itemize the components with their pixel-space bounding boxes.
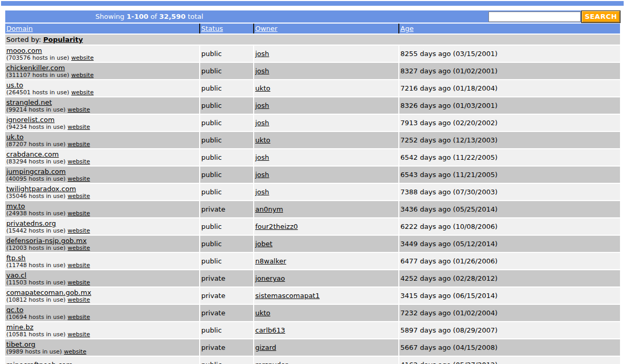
sorted-by-label: Sorted by: xyxy=(6,36,41,43)
website-link[interactable]: website xyxy=(64,348,86,355)
table-row: crabdance.com (83294 hosts in use)websit… xyxy=(5,149,620,166)
table-row: my.to (24938 hosts in use)website privat… xyxy=(5,201,620,217)
domain-link[interactable]: strangled.net xyxy=(6,98,52,106)
search-button[interactable]: SEARCH xyxy=(582,11,620,23)
website-link[interactable]: website xyxy=(68,175,90,182)
domain-link[interactable]: ftp.sh xyxy=(6,254,26,262)
owner-cell: ukto xyxy=(254,305,398,321)
status-cell: public xyxy=(200,218,253,235)
age-cell: 7232 days ago (01/02/2004) xyxy=(399,305,620,321)
website-link[interactable]: website xyxy=(68,210,90,217)
sorted-by-row: Sorted by: Popularity xyxy=(5,35,620,45)
website-link[interactable]: website xyxy=(71,54,94,61)
website-link[interactable]: website xyxy=(68,158,90,165)
sorted-by-popularity-link[interactable]: Popularity xyxy=(43,36,83,43)
website-link[interactable]: website xyxy=(68,279,90,286)
domain-link[interactable]: crabdance.com xyxy=(6,150,59,158)
status-cell: public xyxy=(200,46,253,62)
owner-link[interactable]: josh xyxy=(255,171,269,179)
hosts-in-use-text: (35046 hosts in use)website xyxy=(6,193,90,200)
domain-link[interactable]: comapatecoman.gob.mx xyxy=(6,289,91,296)
domain-cell: mooo.com (703576 hosts in use)website xyxy=(5,46,199,62)
results-summary-text: Showing 1-100 of 32,590 total xyxy=(5,13,293,20)
domain-link[interactable]: privatedns.org xyxy=(6,219,56,227)
hosts-in-use-text: (15442 hosts in use)website xyxy=(6,227,90,234)
domain-link[interactable]: qc.to xyxy=(6,306,24,314)
owner-link[interactable]: an0nym xyxy=(255,205,283,213)
top-accent-bar xyxy=(1,1,624,6)
owner-link[interactable]: four2theizz0 xyxy=(255,223,298,230)
owner-cell: ukto xyxy=(254,132,398,148)
website-link[interactable]: website xyxy=(71,89,94,96)
age-cell: 6542 days ago (11/22/2005) xyxy=(399,149,620,166)
hosts-count-text: (311107 hosts in use) xyxy=(6,72,69,79)
table-row: chickenkiller.com (311107 hosts in use)w… xyxy=(5,63,620,79)
owner-link[interactable]: josh xyxy=(255,102,269,109)
domain-link[interactable]: uk.to xyxy=(6,133,24,141)
domain-link[interactable]: mooo.com xyxy=(6,47,42,54)
website-link[interactable]: website xyxy=(68,262,90,269)
owner-link[interactable]: josh xyxy=(255,50,269,58)
website-link[interactable]: website xyxy=(68,124,90,130)
website-link[interactable]: website xyxy=(68,227,90,234)
owner-link[interactable]: josh xyxy=(255,67,269,75)
owner-link[interactable]: ukto xyxy=(255,84,270,92)
owner-link[interactable]: ukto xyxy=(255,136,270,144)
website-link[interactable]: website xyxy=(68,296,90,303)
age-cell: 7913 days ago (02/20/2002) xyxy=(399,115,620,131)
domain-link[interactable]: yao.cl xyxy=(6,271,26,279)
domain-link[interactable]: us.to xyxy=(6,81,23,89)
domain-link[interactable]: twilightparadox.com xyxy=(6,185,76,193)
domain-cell: jumpingcrab.com (40095 hosts in use)webs… xyxy=(5,167,199,183)
domain-link[interactable]: minecraftnoob.com xyxy=(6,361,73,364)
table-row: ignorelist.com (94234 hosts in use)websi… xyxy=(5,115,620,131)
owner-link[interactable]: n8walker xyxy=(255,257,286,265)
hosts-count-text: (9989 hosts in use) xyxy=(6,348,62,355)
domain-link[interactable]: defensoria-nsjp.gob.mx xyxy=(6,237,86,245)
owner-cell: gizard xyxy=(254,339,398,356)
owner-link[interactable]: joneryao xyxy=(255,274,285,282)
sort-by-domain-link[interactable]: Domain xyxy=(6,25,32,32)
owner-link[interactable]: josh xyxy=(255,119,269,127)
hosts-in-use-text: (12003 hosts in use)website xyxy=(6,245,90,251)
owner-link[interactable]: gizard xyxy=(255,344,276,351)
hosts-count-text: (99214 hosts in use) xyxy=(6,106,66,113)
age-cell: 4162 days ago (05/27/2012) xyxy=(399,357,620,364)
sort-by-age-link[interactable]: Age xyxy=(400,25,414,32)
hosts-count-text: (35046 hosts in use) xyxy=(6,193,66,200)
domain-link[interactable]: tibet.org xyxy=(6,340,36,348)
website-link[interactable]: website xyxy=(68,245,90,251)
owner-link[interactable]: carlb613 xyxy=(255,326,285,334)
search-input[interactable] xyxy=(488,12,581,22)
status-value: private xyxy=(201,344,225,351)
domain-link[interactable]: jumpingcrab.com xyxy=(6,168,66,175)
showing-label: Showing xyxy=(95,13,124,20)
hosts-count-text: (94234 hosts in use) xyxy=(6,124,66,130)
domain-cell: tibet.org (9989 hosts in use)website xyxy=(5,339,199,356)
sort-by-status-link[interactable]: Status xyxy=(201,25,223,32)
age-cell: 7252 days ago (12/13/2003) xyxy=(399,132,620,148)
hosts-count-text: (40095 hosts in use) xyxy=(6,175,66,182)
website-link[interactable]: website xyxy=(71,72,94,79)
website-link[interactable]: website xyxy=(68,106,90,113)
sort-by-owner-link[interactable]: Owner xyxy=(255,25,277,32)
domain-link[interactable]: chickenkiller.com xyxy=(6,64,65,72)
age-cell: 6543 days ago (11/21/2005) xyxy=(399,167,620,183)
status-value: public xyxy=(201,361,222,364)
website-link[interactable]: website xyxy=(68,193,90,200)
owner-link[interactable]: sistemascomapat1 xyxy=(255,292,320,300)
owner-link[interactable]: josh xyxy=(255,188,269,196)
website-link[interactable]: website xyxy=(68,314,90,321)
website-link[interactable]: website xyxy=(68,141,90,148)
owner-link[interactable]: ukto xyxy=(255,309,270,317)
domain-link[interactable]: ignorelist.com xyxy=(6,116,55,124)
owner-link[interactable]: mrsnyder xyxy=(255,361,288,364)
domain-link[interactable]: mine.bz xyxy=(6,323,34,331)
website-link[interactable]: website xyxy=(68,331,90,338)
domain-link[interactable]: my.to xyxy=(6,202,25,210)
table-row: uk.to (87207 hosts in use)website public… xyxy=(5,132,620,148)
owner-link[interactable]: josh xyxy=(255,153,269,161)
owner-link[interactable]: jobet xyxy=(255,240,273,248)
table-row: twilightparadox.com (35046 hosts in use)… xyxy=(5,184,620,200)
hosts-in-use-text: (703576 hosts in use)website xyxy=(6,54,94,61)
